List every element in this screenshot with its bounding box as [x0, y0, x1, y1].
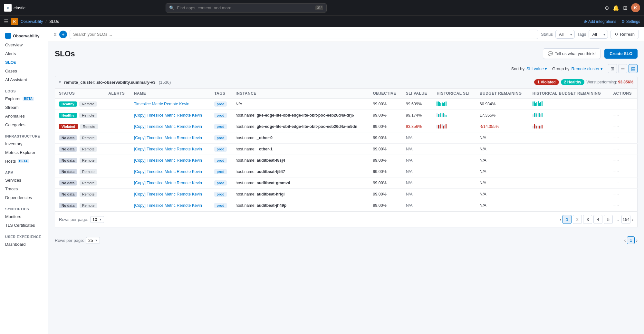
sidebar-item-categories[interactable]: Categories	[0, 120, 48, 129]
sidebar-item-ai-assistant[interactable]: AI Assistant	[0, 75, 48, 84]
tags-filter-select[interactable]: All	[589, 30, 608, 39]
row-actions-button[interactable]: ···	[613, 169, 619, 174]
page-3-button[interactable]: 3	[583, 215, 592, 224]
page-2-button[interactable]: 2	[573, 215, 582, 224]
table-row: No data Remote [Copy] Timeslice Metric R…	[55, 132, 638, 144]
global-search-input[interactable]	[177, 5, 313, 10]
cell-actions[interactable]: ···	[609, 177, 637, 189]
rows-per-page-select[interactable]: 10 25 50	[90, 216, 104, 223]
grid-icon[interactable]: ⊞	[623, 5, 627, 11]
sidebar-item-cases[interactable]: Cases	[0, 67, 48, 75]
table-row: Healthy Remote Timeslice Metric Remote K…	[55, 99, 638, 110]
bottom-next-page-button[interactable]: ›	[636, 238, 638, 243]
cell-actions[interactable]: ···	[609, 121, 637, 132]
cell-historical-sli	[433, 177, 476, 189]
breadcrumb-observability[interactable]: Observability	[21, 19, 43, 24]
row-actions-button[interactable]: ···	[613, 112, 619, 118]
cell-actions[interactable]: ···	[609, 99, 637, 110]
sort-by-value[interactable]: SLI value ▾	[526, 66, 547, 71]
slo-name-link[interactable]: Timeslice Metric Remote Kevin	[134, 102, 189, 106]
sidebar-item-alerts[interactable]: Alerts	[0, 49, 48, 58]
cell-name: [Copy] Timeslice Metric Remote Kevin	[130, 110, 210, 121]
sidebar-item-dependencies[interactable]: Dependencies	[0, 193, 48, 202]
sort-group-bar: Sort by SLI value ▾ Group by Remote clus…	[48, 63, 644, 76]
settings-action[interactable]: ⚙ Settings	[621, 19, 640, 24]
slo-name-link[interactable]: [Copy] Timeslice Metric Remote Kevin	[134, 124, 202, 129]
bottom-page-1-button[interactable]: 1	[627, 236, 635, 244]
row-actions-button[interactable]: ···	[613, 135, 619, 140]
cell-actions[interactable]: ···	[609, 189, 637, 200]
bottom-prev-page-button[interactable]: ‹	[624, 238, 626, 243]
sidebar-item-slos[interactable]: SLOs	[0, 58, 48, 67]
elastic-logo[interactable]: e elastic	[4, 4, 25, 12]
cell-actions[interactable]: ···	[609, 132, 637, 144]
last-page-button[interactable]: 154	[621, 215, 630, 224]
slo-name-link[interactable]: [Copy] Timeslice Metric Remote Kevin	[134, 136, 202, 140]
row-actions-button[interactable]: ···	[613, 101, 619, 107]
page-4-button[interactable]: 4	[593, 215, 602, 224]
sidebar-item-monitors[interactable]: Monitors	[0, 212, 48, 221]
prod-tag: prod	[214, 158, 226, 163]
group-collapse-chevron[interactable]: ▾	[59, 80, 61, 84]
sidebar-item-inventory[interactable]: Inventory	[0, 139, 48, 148]
next-page-button[interactable]: ›	[632, 217, 633, 222]
slo-search-input[interactable]	[70, 30, 538, 39]
sidebar-item-hosts[interactable]: Hosts BETA	[0, 157, 48, 166]
cell-actions[interactable]: ···	[609, 200, 637, 211]
sidebar-item-traces[interactable]: Traces	[0, 185, 48, 193]
prod-tag: prod	[214, 101, 226, 107]
page-1-button[interactable]: 1	[562, 215, 572, 224]
sidebar-item-services[interactable]: Services	[0, 176, 48, 185]
row-actions-button[interactable]: ···	[613, 191, 619, 197]
filter-icon[interactable]: ⧖	[53, 32, 57, 37]
tell-us-button[interactable]: 💬 Tell us what you think!	[543, 48, 601, 59]
prev-page-button[interactable]: ‹	[560, 217, 562, 222]
sidebar-item-anomalies[interactable]: Anomalies	[0, 112, 48, 120]
cell-instance: host.name: auditbeat-f8sj4	[232, 155, 369, 166]
hamburger-menu-icon[interactable]: ☰	[4, 18, 8, 24]
row-actions-button[interactable]: ···	[613, 180, 619, 186]
list-view-button[interactable]: ☰	[618, 64, 627, 73]
sidebar-item-explorer[interactable]: Explorer BETA	[0, 94, 48, 103]
integrations-icon[interactable]: ⊕	[605, 5, 609, 11]
row-actions-button[interactable]: ···	[613, 203, 619, 208]
slo-name-link[interactable]: [Copy] Timeslice Metric Remote Kevin	[134, 203, 202, 208]
slo-name-link[interactable]: [Copy] Timeslice Metric Remote Kevin	[134, 181, 202, 185]
grid-view-button[interactable]: ⊞	[608, 64, 617, 73]
slo-name-link[interactable]: [Copy] Timeslice Metric Remote Kevin	[134, 158, 202, 163]
status-badge: Healthy	[59, 101, 77, 107]
slo-name-link[interactable]: [Copy] Timeslice Metric Remote Kevin	[134, 169, 202, 174]
refresh-button[interactable]: ↻ Refresh	[610, 30, 639, 39]
table-row: No data Remote [Copy] Timeslice Metric R…	[55, 166, 638, 177]
add-filter-button[interactable]: +	[59, 31, 67, 38]
compact-view-button[interactable]: ▤	[629, 64, 638, 73]
slo-name-link[interactable]: [Copy] Timeslice Metric Remote Kevin	[134, 113, 202, 118]
sidebar-item-metrics-explorer[interactable]: Metrics Explorer	[0, 148, 48, 157]
cell-alerts	[104, 132, 130, 144]
bottom-rows-per-page-select[interactable]: 25 10 50	[86, 237, 100, 244]
slo-name-link[interactable]: [Copy] Timeslice Metric Remote Kevin	[134, 192, 202, 196]
add-integrations-action[interactable]: ⊕ Add integrations	[584, 19, 616, 24]
notifications-icon[interactable]: 🔔	[613, 5, 619, 11]
global-search-bar[interactable]: 🔍 ⌘/	[166, 3, 327, 13]
row-actions-button[interactable]: ···	[613, 157, 619, 163]
cell-actions[interactable]: ···	[609, 110, 637, 121]
cell-actions[interactable]: ···	[609, 155, 637, 166]
pagination-numbers: ‹ 1 2 3 4 5 ... 154 ›	[560, 215, 633, 224]
create-slo-button[interactable]: Create SLO	[604, 49, 638, 59]
user-avatar[interactable]: K	[631, 3, 640, 12]
group-by-value[interactable]: Remote cluster ▾	[572, 66, 603, 71]
cell-actions[interactable]: ···	[609, 166, 637, 177]
slo-name-link[interactable]: [Copy] Timeslice Metric Remote Kevin	[134, 147, 202, 151]
sidebar-item-dashboard[interactable]: Dashboard	[0, 240, 48, 249]
status-filter-select[interactable]: All	[555, 30, 575, 39]
row-actions-button[interactable]: ···	[613, 146, 619, 152]
sidebar-item-tls[interactable]: TLS Certificates	[0, 221, 48, 230]
sidebar-item-stream[interactable]: Stream	[0, 103, 48, 112]
sidebar-item-overview[interactable]: Overview	[0, 41, 48, 49]
status-badge: No data	[59, 147, 77, 152]
cell-instance: host.name: _other-1	[232, 144, 369, 155]
cell-actions[interactable]: ···	[609, 144, 637, 155]
row-actions-button[interactable]: ···	[613, 124, 619, 129]
page-5-button[interactable]: 5	[604, 215, 613, 224]
